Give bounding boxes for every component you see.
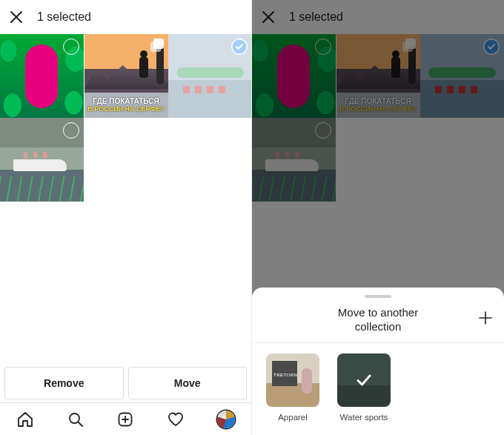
move-sheet: Move to another collection Apparel Wat <box>252 288 504 435</box>
screen-move-sheet: 1 selected ГДЕ ПОКАТАТЬСЯВ РОССИИ НА СЕР… <box>252 0 504 435</box>
header-title: 1 selected <box>37 10 91 24</box>
photo-grid: ГДЕ ПОКАТАТЬСЯВ РОССИИ НА СЕРФЕ? <box>0 34 252 202</box>
collection-item-water-sports[interactable]: Water sports <box>336 353 391 422</box>
new-collection-button[interactable] <box>473 310 494 329</box>
profile-tab[interactable] <box>217 411 235 428</box>
remove-button[interactable]: Remove <box>4 367 124 399</box>
close-icon[interactable] <box>9 10 24 24</box>
header: 1 selected <box>0 0 251 34</box>
svg-point-0 <box>70 414 79 423</box>
move-button[interactable]: Move <box>128 367 248 399</box>
tab-bar <box>0 402 251 435</box>
collection-list: Apparel Water sports <box>262 353 494 422</box>
collection-thumb <box>266 353 319 407</box>
grid-item[interactable] <box>168 34 252 118</box>
select-ring-icon <box>63 39 79 55</box>
collection-thumb <box>337 353 391 407</box>
avatar <box>217 411 235 428</box>
search-icon[interactable] <box>67 411 84 428</box>
sheet-grabber[interactable] <box>365 295 391 298</box>
divider <box>252 342 504 343</box>
selected-check-icon <box>231 39 248 55</box>
screen-selection: 1 selected ГДЕ ПОКАТАТЬСЯВ РОССИИ НА СЕР… <box>0 0 252 435</box>
grid-item[interactable] <box>0 118 84 202</box>
activity-icon[interactable] <box>167 411 185 428</box>
grid-item[interactable]: ГДЕ ПОКАТАТЬСЯВ РОССИИ НА СЕРФЕ? <box>84 34 168 118</box>
collection-item-apparel[interactable]: Apparel <box>265 353 320 422</box>
grid-item[interactable] <box>0 34 84 118</box>
action-bar: Remove Move <box>4 367 247 399</box>
thumb-caption: ГДЕ ПОКАТАТЬСЯ <box>87 97 165 105</box>
home-icon[interactable] <box>16 411 34 428</box>
collection-label: Apparel <box>265 413 320 422</box>
carousel-icon <box>149 39 164 53</box>
select-ring-icon <box>63 122 79 139</box>
selected-check-icon <box>337 353 391 407</box>
collection-label: Water sports <box>336 413 391 422</box>
sheet-title: Move to another collection <box>283 305 473 333</box>
thumb-caption: В РОССИИ НА СЕРФЕ? <box>87 105 165 113</box>
new-post-icon[interactable] <box>116 411 134 428</box>
